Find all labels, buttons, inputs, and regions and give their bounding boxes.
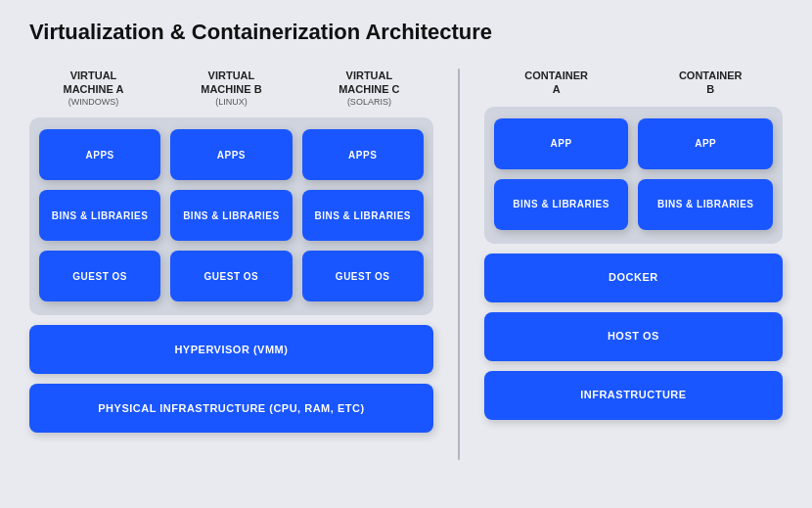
vm-c-header: VIRTUAL MACHINE C (SOLARIS) (305, 69, 433, 108)
vm-section: VIRTUAL MACHINE A (WINDOWS) VIRTUAL MACH… (29, 69, 433, 433)
container-a-bins: BINS & LIBRARIES (494, 179, 629, 230)
vm-b-apps: APPS (170, 129, 292, 180)
container-bottom-bars: DOCKER HOST OS INFRASTRUCTURE (484, 254, 783, 420)
container-a-header: CONTAINER A (484, 69, 629, 97)
vm-c-guestos: GUEST OS (302, 251, 424, 301)
vm-a-bins: BINS & LIBRARIES (39, 190, 160, 241)
hypervisor-box: HYPERVISOR (VMM) (29, 325, 433, 374)
container-bins-row: BINS & LIBRARIES BINS & LIBRARIES (494, 179, 773, 230)
vm-c-bins: BINS & LIBRARIES (302, 190, 424, 241)
container-b-app: APP (638, 118, 773, 169)
vm-apps-row: APPS APPS APPS (39, 129, 424, 180)
vm-bins-row: BINS & LIBRARIES BINS & LIBRARIES BINS &… (39, 190, 424, 241)
section-divider (458, 69, 460, 460)
vm-c-apps: APPS (302, 129, 424, 180)
vm-a-header: VIRTUAL MACHINE A (WINDOWS) (29, 69, 158, 108)
container-apps-row: APP APP (494, 118, 773, 169)
vm-bottom-bars: HYPERVISOR (VMM) PHYSICAL INFRASTRUCTURE… (29, 325, 433, 433)
container-b-bins: BINS & LIBRARIES (638, 179, 773, 230)
vm-a-apps: APPS (39, 129, 160, 180)
vm-guestos-row: GUEST OS GUEST OS GUEST OS (39, 251, 424, 301)
container-a-app: APP (494, 118, 629, 169)
physical-infrastructure-box: PHYSICAL INFRASTRUCTURE (CPU, RAM, ETC) (29, 384, 433, 433)
vm-b-header: VIRTUAL MACHINE B (LINUX) (167, 69, 295, 108)
vm-b-bins: BINS & LIBRARIES (170, 190, 292, 241)
vm-a-guestos: GUEST OS (39, 251, 160, 301)
hostos-box: HOST OS (484, 312, 783, 361)
page-title: Virtualization & Containerization Archit… (29, 20, 783, 45)
container-panel: APP APP BINS & LIBRARIES BINS & LIBRARIE… (484, 107, 783, 244)
vm-column-headers: VIRTUAL MACHINE A (WINDOWS) VIRTUAL MACH… (29, 69, 433, 108)
vm-b-guestos: GUEST OS (170, 251, 292, 301)
architecture-diagram: VIRTUAL MACHINE A (WINDOWS) VIRTUAL MACH… (29, 69, 783, 460)
container-b-header: CONTAINER B (638, 69, 783, 97)
infrastructure-box: INFRASTRUCTURE (484, 371, 783, 420)
container-column-headers: CONTAINER A CONTAINER B (484, 69, 783, 97)
vm-panel: APPS APPS APPS BINS & LIBRARIES BINS & L… (29, 117, 433, 315)
docker-box: DOCKER (484, 254, 783, 302)
container-section: CONTAINER A CONTAINER B APP APP BINS & L… (484, 69, 783, 420)
